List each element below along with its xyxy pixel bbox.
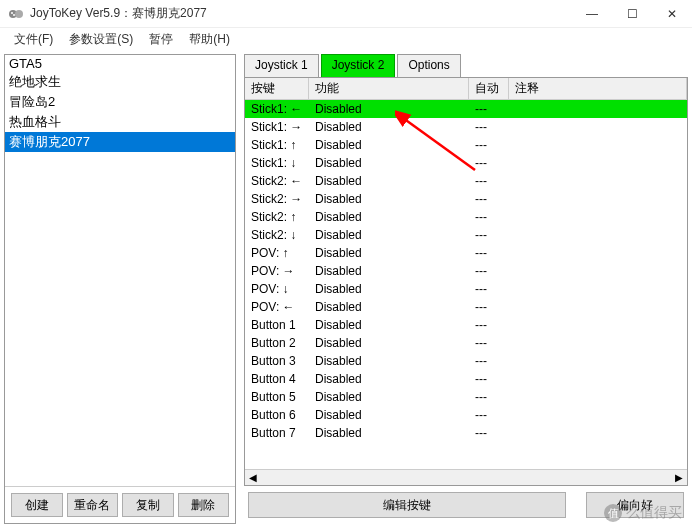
- edit-button[interactable]: 编辑按键: [248, 492, 566, 518]
- table-row[interactable]: Stick1: →Disabled---: [245, 118, 687, 136]
- menubar: 文件(F) 参数设置(S) 暂停 帮助(H): [0, 28, 692, 50]
- profile-item[interactable]: GTA5: [5, 55, 235, 72]
- table-row[interactable]: Stick2: ↑Disabled---: [245, 208, 687, 226]
- profile-item[interactable]: 冒险岛2: [5, 92, 235, 112]
- content-area: GTA5绝地求生冒险岛2热血格斗赛博朋克2077 创建 重命名 复制 删除 Jo…: [0, 50, 692, 528]
- table-header: 按键 功能 自动 注释: [245, 78, 687, 100]
- maximize-button[interactable]: ☐: [612, 0, 652, 27]
- cell-auto: ---: [469, 408, 509, 422]
- profile-item[interactable]: 绝地求生: [5, 72, 235, 92]
- cell-button: POV: ←: [245, 300, 309, 314]
- cell-auto: ---: [469, 120, 509, 134]
- cell-auto: ---: [469, 228, 509, 242]
- cell-auto: ---: [469, 264, 509, 278]
- cell-function: Disabled: [309, 372, 469, 386]
- table-row[interactable]: Button 3Disabled---: [245, 352, 687, 370]
- cell-button: Button 2: [245, 336, 309, 350]
- profile-item[interactable]: 赛博朋克2077: [5, 132, 235, 152]
- scroll-left-icon[interactable]: ◀: [245, 470, 261, 486]
- cell-function: Disabled: [309, 336, 469, 350]
- col-button[interactable]: 按键: [245, 78, 309, 99]
- cell-auto: ---: [469, 246, 509, 260]
- cell-function: Disabled: [309, 354, 469, 368]
- cell-button: Button 5: [245, 390, 309, 404]
- table-row[interactable]: Button 1Disabled---: [245, 316, 687, 334]
- app-icon: [8, 6, 24, 22]
- scroll-right-icon[interactable]: ▶: [671, 470, 687, 486]
- cell-function: Disabled: [309, 282, 469, 296]
- tab-strip: Joystick 1Joystick 2Options: [244, 54, 688, 78]
- cell-function: Disabled: [309, 156, 469, 170]
- table-row[interactable]: Button 6Disabled---: [245, 406, 687, 424]
- create-button[interactable]: 创建: [11, 493, 63, 517]
- table-row[interactable]: Stick2: →Disabled---: [245, 190, 687, 208]
- close-button[interactable]: ✕: [652, 0, 692, 27]
- tab[interactable]: Joystick 2: [321, 54, 396, 78]
- cell-function: Disabled: [309, 246, 469, 260]
- profile-item[interactable]: 热血格斗: [5, 112, 235, 132]
- delete-button[interactable]: 删除: [178, 493, 230, 517]
- table-row[interactable]: Stick1: ↑Disabled---: [245, 136, 687, 154]
- col-note[interactable]: 注释: [509, 78, 687, 99]
- table-row[interactable]: Button 2Disabled---: [245, 334, 687, 352]
- svg-point-1: [15, 10, 23, 18]
- window-controls: — ☐ ✕: [572, 0, 692, 27]
- table-row[interactable]: Button 5Disabled---: [245, 388, 687, 406]
- menu-help[interactable]: 帮助(H): [181, 29, 238, 50]
- table-row[interactable]: Stick1: ↓Disabled---: [245, 154, 687, 172]
- cell-button: POV: →: [245, 264, 309, 278]
- cell-button: Stick1: ↓: [245, 156, 309, 170]
- cell-auto: ---: [469, 336, 509, 350]
- col-function[interactable]: 功能: [309, 78, 469, 99]
- table-row[interactable]: Stick1: ←Disabled---: [245, 100, 687, 118]
- cell-auto: ---: [469, 192, 509, 206]
- table-row[interactable]: Stick2: ↓Disabled---: [245, 226, 687, 244]
- cell-button: Stick1: ←: [245, 102, 309, 116]
- cell-button: Button 6: [245, 408, 309, 422]
- cell-function: Disabled: [309, 408, 469, 422]
- table-row[interactable]: POV: ↑Disabled---: [245, 244, 687, 262]
- menu-settings[interactable]: 参数设置(S): [61, 29, 141, 50]
- cell-button: Button 4: [245, 372, 309, 386]
- cell-auto: ---: [469, 354, 509, 368]
- table-row[interactable]: Button 4Disabled---: [245, 370, 687, 388]
- mapping-area: 按键 功能 自动 注释 Stick1: ←Disabled---Stick1: …: [244, 77, 688, 486]
- cell-auto: ---: [469, 156, 509, 170]
- tab[interactable]: Joystick 1: [244, 54, 319, 78]
- cell-button: Stick2: ↑: [245, 210, 309, 224]
- minimize-button[interactable]: —: [572, 0, 612, 27]
- col-auto[interactable]: 自动: [469, 78, 509, 99]
- copy-button[interactable]: 复制: [122, 493, 174, 517]
- svg-point-3: [13, 14, 15, 16]
- table-row[interactable]: Button 7Disabled---: [245, 424, 687, 442]
- cell-function: Disabled: [309, 318, 469, 332]
- cell-function: Disabled: [309, 210, 469, 224]
- cell-auto: ---: [469, 372, 509, 386]
- cell-function: Disabled: [309, 390, 469, 404]
- profile-list[interactable]: GTA5绝地求生冒险岛2热血格斗赛博朋克2077: [5, 55, 235, 486]
- cell-function: Disabled: [309, 228, 469, 242]
- profile-buttons: 创建 重命名 复制 删除: [5, 486, 235, 523]
- cell-auto: ---: [469, 300, 509, 314]
- table-row[interactable]: POV: ↓Disabled---: [245, 280, 687, 298]
- mapping-panel: Joystick 1Joystick 2Options 按键 功能 自动 注释 …: [244, 54, 688, 524]
- cell-auto: ---: [469, 282, 509, 296]
- table-row[interactable]: POV: →Disabled---: [245, 262, 687, 280]
- horizontal-scrollbar[interactable]: ◀ ▶: [245, 469, 687, 485]
- cell-auto: ---: [469, 210, 509, 224]
- menu-pause[interactable]: 暂停: [141, 29, 181, 50]
- mapping-table-body[interactable]: Stick1: ←Disabled---Stick1: →Disabled---…: [245, 100, 687, 469]
- preferences-button[interactable]: 偏向好: [586, 492, 684, 518]
- action-buttons: 编辑按键 偏向好: [244, 486, 688, 524]
- window-title: JoyToKey Ver5.9：赛博朋克2077: [30, 5, 572, 22]
- cell-function: Disabled: [309, 264, 469, 278]
- tab[interactable]: Options: [397, 54, 460, 78]
- cell-function: Disabled: [309, 102, 469, 116]
- table-row[interactable]: POV: ←Disabled---: [245, 298, 687, 316]
- cell-button: Stick1: ↑: [245, 138, 309, 152]
- cell-function: Disabled: [309, 138, 469, 152]
- cell-button: POV: ↓: [245, 282, 309, 296]
- table-row[interactable]: Stick2: ←Disabled---: [245, 172, 687, 190]
- menu-file[interactable]: 文件(F): [6, 29, 61, 50]
- rename-button[interactable]: 重命名: [67, 493, 119, 517]
